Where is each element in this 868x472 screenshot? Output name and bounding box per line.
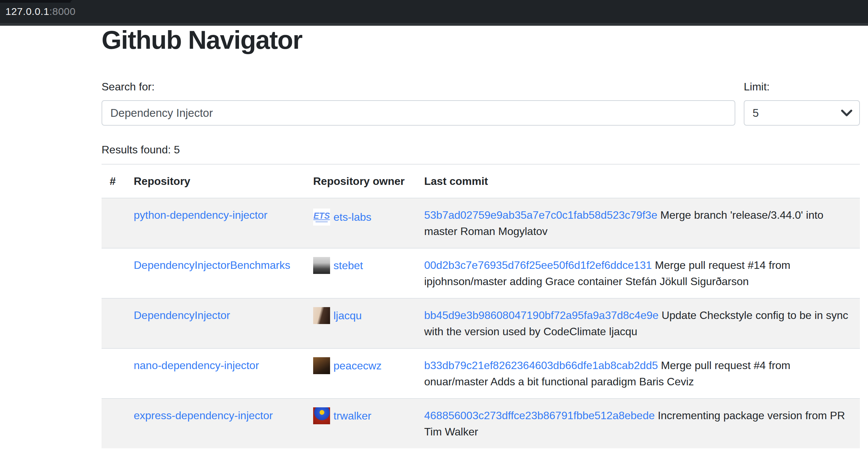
table-header-row: # Repository Repository owner Last commi… <box>102 164 860 198</box>
owner-link[interactable]: trwalker <box>313 407 371 424</box>
limit-select[interactable]: 5 <box>744 100 860 126</box>
col-header-commit: Last commit <box>416 164 860 198</box>
table-row: nano-dependency-injector peacecwz b33db7… <box>102 348 860 399</box>
search-input[interactable] <box>102 100 735 126</box>
commit-hash-link[interactable]: 468856003c273dffce23b86791fbbe512a8ebede <box>424 409 655 422</box>
owner-name: ljacqu <box>333 307 362 324</box>
results-table: # Repository Repository owner Last commi… <box>102 164 860 448</box>
row-num <box>102 399 126 448</box>
owner-avatar[interactable]: ETS <box>313 209 330 226</box>
browser-window: 127.0.0.1:8000 Github Navigator Search f… <box>0 0 868 472</box>
commit-hash-link[interactable]: b33db79c21ef8262364603db66dfe1ab8cab2dd5 <box>424 359 658 371</box>
results-count: Results found: 5 <box>102 144 180 156</box>
repo-link[interactable]: python-dependency-injector <box>134 209 267 221</box>
commit-hash-link[interactable]: 00d2b3c7e76935d76f25ee50f6d1f2ef6ddce131 <box>424 259 652 271</box>
row-num <box>102 298 126 348</box>
ets-logo-subtext <box>316 221 328 222</box>
owner-name: ets-labs <box>333 209 371 225</box>
owner-name: stebet <box>333 257 363 274</box>
col-header-num: # <box>102 164 126 198</box>
results-table-wrap: # Repository Repository owner Last commi… <box>102 164 860 448</box>
owner-link[interactable]: peacecwz <box>313 357 382 374</box>
limit-label: Limit: <box>744 81 769 93</box>
commit-hash-link[interactable]: 53b7ad02759e9ab35a7e7c0c1fab58d523c79f3e <box>424 209 657 221</box>
row-num <box>102 248 126 298</box>
owner-avatar[interactable] <box>313 357 330 374</box>
owner-link[interactable]: ljacqu <box>313 307 362 324</box>
ets-logo-text: ETS <box>313 211 330 220</box>
owner-avatar[interactable] <box>313 407 330 424</box>
repo-link[interactable]: DependencyInjector <box>134 309 230 321</box>
repo-link[interactable]: DependencyInjectorBenchmarks <box>134 259 290 271</box>
owner-avatar[interactable] <box>313 307 330 324</box>
owner-link[interactable]: stebet <box>313 257 363 274</box>
owner-avatar[interactable] <box>313 257 330 274</box>
col-header-repo: Repository <box>126 164 305 198</box>
owner-link[interactable]: ETS ets-labs <box>313 209 371 226</box>
table-row: express-dependency-injector trwalker 468… <box>102 399 860 448</box>
row-num <box>102 348 126 399</box>
limit-select-wrap: 5 <box>744 100 860 126</box>
search-label: Search for: <box>102 81 155 93</box>
repo-link[interactable]: nano-dependency-injector <box>134 359 259 371</box>
col-header-owner: Repository owner <box>305 164 416 198</box>
table-row: python-dependency-injector ETS ets-labs … <box>102 198 860 248</box>
url-host: 127.0.0.1 <box>5 6 49 17</box>
commit-hash-link[interactable]: bb45d9e3b98608047190bf72a95fa9a37d8c4e9e <box>424 309 658 321</box>
browser-url-bar: 127.0.0.1:8000 <box>0 0 868 26</box>
page-title: Github Navigator <box>102 25 302 55</box>
owner-name: trwalker <box>333 408 371 424</box>
repo-link[interactable]: express-dependency-injector <box>134 409 273 422</box>
row-num <box>102 198 126 248</box>
owner-name: peacecwz <box>333 358 382 374</box>
url-port: :8000 <box>49 6 76 17</box>
address-bar[interactable]: 127.0.0.1:8000 <box>5 0 75 23</box>
table-row: DependencyInjector ljacqu bb45d9e3b98608… <box>102 298 860 348</box>
table-row: DependencyInjectorBenchmarks stebet 00d2… <box>102 248 860 298</box>
